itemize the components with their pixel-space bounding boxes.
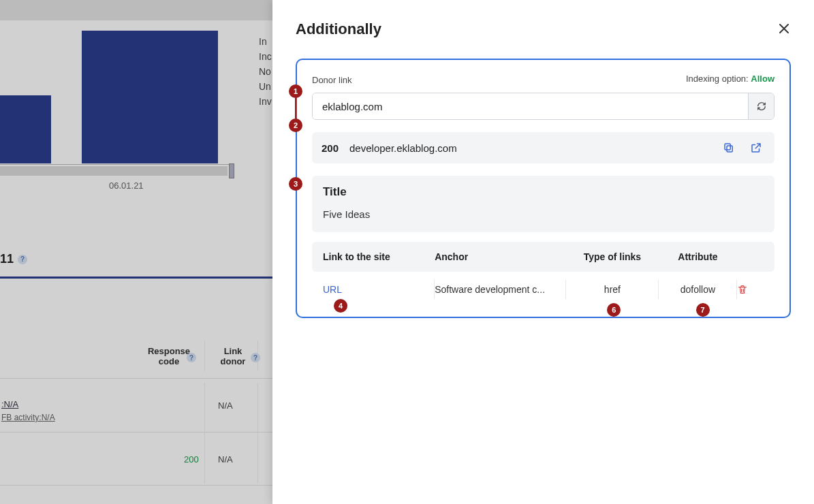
refresh-button[interactable] — [748, 93, 774, 119]
cell-anchor: Software development c... 5 — [435, 284, 566, 295]
open-external-button[interactable] — [747, 139, 765, 157]
annotation-badge-7: 7 — [696, 303, 710, 317]
svg-rect-1 — [725, 144, 730, 150]
links-table-head: Link to the site Anchor Type of links At… — [312, 242, 774, 272]
annotation-connector — [295, 98, 296, 119]
svg-rect-0 — [727, 146, 732, 152]
site-url-link[interactable]: URL — [323, 284, 342, 295]
close-icon — [779, 23, 789, 34]
additionally-panel: Additionally 1 2 3 Donor link Indexing o… — [272, 0, 814, 504]
annotation-badge-6: 6 — [607, 303, 621, 317]
refresh-icon — [755, 100, 768, 112]
donor-link-label: Donor link — [312, 75, 352, 85]
title-label: Title — [323, 185, 764, 199]
cell-type: href 6 — [566, 284, 658, 295]
donor-label-row: Donor link Indexing option: Allow — [312, 74, 774, 86]
copy-button[interactable] — [720, 139, 738, 157]
th-link-to-site: Link to the site — [323, 251, 435, 262]
th-anchor: Anchor — [435, 251, 566, 262]
status-actions — [720, 139, 765, 157]
title-box: Title Five Ideas — [312, 176, 774, 232]
trash-icon — [737, 284, 748, 295]
delete-row-button[interactable] — [737, 284, 764, 295]
http-status-code: 200 — [322, 142, 339, 154]
annotation-badge-4: 4 — [334, 299, 347, 313]
annotation-badge-3: 3 — [289, 177, 302, 191]
panel-title: Additionally — [296, 20, 791, 38]
anchor-text: Software development c... — [435, 284, 545, 295]
annotation-badge-2: 2 — [289, 119, 302, 132]
th-attribute: Attribute — [659, 251, 738, 262]
donor-link-input-wrap — [312, 93, 774, 120]
th-type: Type of links — [566, 251, 658, 262]
donor-link-input[interactable] — [313, 93, 748, 119]
indexing-option: Indexing option: Allow — [686, 74, 774, 84]
attribute-text: dofollow — [680, 284, 715, 295]
donor-card: 1 2 3 Donor link Indexing option: Allow … — [296, 59, 791, 318]
title-value: Five Ideas — [323, 208, 764, 220]
cell-attribute: dofollow 7 — [659, 284, 738, 295]
links-table-row: URL 4 Software development c... 5 href 6… — [312, 272, 774, 307]
indexing-value: Allow — [751, 74, 774, 84]
donor-status-bar: 200 developer.eklablog.com — [312, 132, 774, 163]
cell-link-to-site: URL 4 — [323, 284, 435, 295]
copy-icon — [723, 142, 735, 154]
indexing-label: Indexing option: — [686, 74, 749, 84]
resolved-host: developer.eklablog.com — [349, 142, 457, 154]
close-button[interactable] — [779, 23, 789, 34]
external-link-icon — [750, 142, 762, 154]
type-text: href — [604, 284, 621, 295]
annotation-badge-1: 1 — [289, 84, 302, 98]
